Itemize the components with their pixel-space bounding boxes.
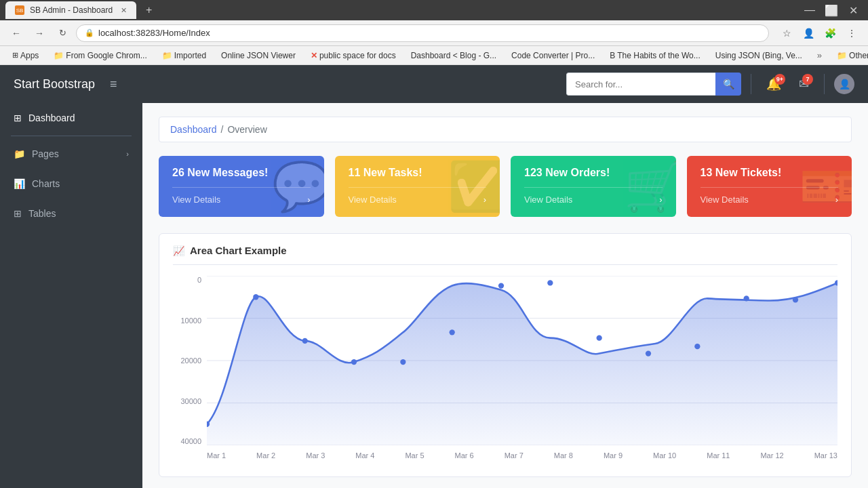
sidebar-item-charts[interactable]: 📊 Charts (0, 169, 142, 199)
data-point-3 (351, 359, 357, 365)
x-label-mar3: Mar 3 (306, 451, 325, 460)
data-point-8 (597, 336, 602, 341)
messages-badge: 7 (802, 74, 813, 85)
search-button[interactable]: 🔍 (715, 73, 741, 96)
tickets-footer-arrow: › (835, 195, 838, 205)
dashboard-icon: ⊞ (14, 113, 22, 123)
sidebar-item-dashboard[interactable]: ⊞ Dashboard (0, 103, 142, 133)
bookmark-code-converter[interactable]: Code Converter | Pro... (506, 49, 600, 62)
data-point-7 (547, 280, 553, 285)
area-chart-svg (207, 276, 837, 445)
tasks-view-details[interactable]: View Details (349, 195, 397, 205)
x-label-mar8: Mar 8 (554, 451, 573, 460)
x-label-mar7: Mar 7 (505, 451, 524, 460)
x-label-mar6: Mar 6 (455, 451, 474, 460)
sidebar-item-tables[interactable]: ⊞ Tables (0, 199, 142, 228)
sidebar-item-label-dashboard: Dashboard (28, 113, 75, 123)
tasks-footer-arrow: › (484, 195, 486, 205)
more-options-button[interactable]: ⋮ (842, 24, 861, 43)
x-label-mar11: Mar 11 (707, 451, 730, 460)
data-point-11 (744, 296, 749, 301)
tasks-card-title: 11 New Tasks! (349, 167, 487, 179)
window-minimize-button[interactable]: — (800, 1, 819, 20)
data-point-1 (253, 294, 258, 300)
breadcrumb: Dashboard / Overview (159, 117, 852, 142)
profile-button[interactable]: 👤 (799, 24, 818, 43)
stat-card-orders[interactable]: 123 New Orders! 🛒 View Details › (511, 156, 676, 217)
chart-title: Area Chart Example (190, 245, 287, 256)
folder-icon: 📁 (54, 51, 64, 60)
orders-card-title: 123 New Orders! (524, 167, 663, 179)
bookmark-star-button[interactable]: ☆ (777, 24, 796, 43)
chart-header: 📈 Area Chart Example (173, 245, 837, 265)
bookmark-xmind[interactable]: ✕ public space for docs (305, 49, 401, 62)
tasks-card-footer: View Details › (349, 187, 487, 205)
address-bar[interactable]: 🔒 localhost:38283/Home/Index (76, 24, 769, 42)
extensions-button[interactable]: 🧩 (821, 24, 840, 43)
menu-toggle-button[interactable]: ≡ (104, 75, 123, 94)
user-avatar[interactable]: 👤 (834, 74, 854, 94)
stat-card-messages[interactable]: 26 New Messages! 💬 View Details › (159, 156, 324, 217)
notifications-button[interactable]: 🔔 9+ (761, 74, 787, 94)
more-bookmarks-button[interactable]: » (812, 49, 827, 62)
orders-card-footer: View Details › (524, 187, 663, 205)
browser-navigation-bar: ← → ↻ 🔒 localhost:38283/Home/Index ☆ 👤 🧩… (0, 20, 868, 46)
x-label-mar10: Mar 10 (653, 451, 676, 460)
chart-y-axis: 40000 30000 20000 10000 0 (173, 276, 207, 445)
data-point-10 (694, 344, 700, 349)
tab-close-button[interactable]: ✕ (121, 6, 127, 15)
tickets-view-details[interactable]: View Details (701, 195, 749, 205)
sidebar-item-label-tables: Tables (28, 208, 56, 219)
browser-tab[interactable]: SB SB Admin - Dashboard ✕ (5, 1, 136, 19)
y-label-30000: 30000 (180, 397, 201, 405)
stat-card-tickets[interactable]: 13 New Tickets! 🎫 View Details › (687, 156, 852, 217)
new-tab-button[interactable]: + (142, 4, 156, 16)
messages-view-details[interactable]: View Details (172, 195, 220, 205)
sidebar: ⊞ Dashboard 📁 Pages › 📊 Charts ⊞ Tables (0, 103, 142, 488)
notifications-badge: 9+ (774, 74, 785, 85)
breadcrumb-dashboard-link[interactable]: Dashboard (170, 124, 217, 135)
bookmark-apps[interactable]: ⊞ Apps (7, 49, 44, 62)
url-text: localhost:38283/Home/Index (98, 28, 760, 38)
pages-icon: 📁 (14, 148, 25, 159)
data-point-5 (450, 329, 455, 335)
window-maximize-button[interactable]: ⬜ (822, 1, 841, 20)
data-point-4 (400, 359, 406, 365)
search-input[interactable] (566, 73, 715, 96)
main-content: Dashboard / Overview 26 New Messages! 💬 … (142, 103, 868, 488)
bookmarks-bar: ⊞ Apps 📁 From Google Chrom... 📁 Imported… (0, 46, 868, 65)
area-chart-section: 📈 Area Chart Example 40000 30000 20000 1… (159, 233, 852, 477)
messages-button[interactable]: ✉ 7 (793, 74, 814, 94)
apps-folder-icon: ⊞ (12, 51, 18, 60)
brand-name: Start Bootstrap (14, 77, 95, 92)
orders-view-details[interactable]: View Details (524, 195, 572, 205)
chart-x-axis: Mar 1 Mar 2 Mar 3 Mar 4 Mar 5 Mar 6 Mar … (207, 445, 837, 466)
ssl-lock-icon: 🔒 (85, 28, 94, 37)
orders-footer-arrow: › (659, 195, 662, 205)
forward-button[interactable]: → (30, 24, 49, 43)
bookmark-from-chrome[interactable]: 📁 From Google Chrom... (48, 49, 152, 62)
tab-title: SB Admin - Dashboard (30, 5, 113, 15)
window-close-button[interactable]: ✕ (844, 1, 863, 20)
bookmark-dashboard-blog[interactable]: Dashboard < Blog - G... (406, 49, 502, 62)
bookmark-imported[interactable]: 📁 Imported (157, 49, 212, 62)
messages-card-footer: View Details › (172, 187, 311, 205)
content-wrapper: ⊞ Dashboard 📁 Pages › 📊 Charts ⊞ Tables (0, 103, 868, 488)
bookmark-json-viewer[interactable]: Online JSON Viewer (216, 49, 301, 62)
bookmark-using-json[interactable]: Using JSON (Bing, Ve... (710, 49, 808, 62)
tickets-card-footer: View Details › (701, 187, 839, 205)
bookmark-habits[interactable]: B The Habits of the Wo... (604, 49, 706, 62)
bookmark-other[interactable]: 📁 Other bookmarks (831, 49, 868, 62)
pages-chevron-icon: › (126, 150, 129, 158)
back-button[interactable]: ← (7, 24, 26, 43)
sidebar-item-pages[interactable]: 📁 Pages › (0, 139, 142, 169)
navbar-right: 🔍 🔔 9+ ✉ 7 👤 (566, 73, 854, 96)
other-bookmarks-folder-icon: 📁 (837, 51, 847, 60)
stat-card-tasks[interactable]: 11 New Tasks! ✅ View Details › (335, 156, 500, 217)
y-label-10000: 10000 (180, 317, 201, 325)
refresh-button[interactable]: ↻ (53, 24, 72, 43)
data-point-12 (793, 297, 798, 302)
tab-favicon: SB (15, 5, 24, 15)
charts-icon: 📊 (14, 178, 25, 189)
chart-svg-area (207, 276, 837, 445)
